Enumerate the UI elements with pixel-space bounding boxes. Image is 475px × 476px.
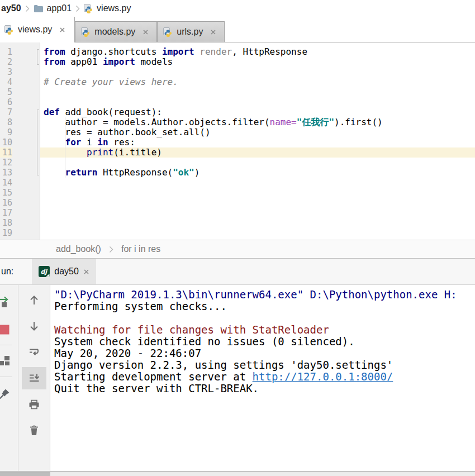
console-line: System check identified no issues (0 sil… [54,336,475,348]
line-number: 4 [0,77,12,87]
code-line-18 [40,218,475,228]
tab-close-icon[interactable] [142,29,149,35]
stop-button[interactable] [0,322,12,337]
breadcrumb: ay50app01views.py [0,0,475,17]
folder-icon [34,4,44,13]
line-number: 1 [0,47,12,57]
pin-tab-button[interactable] [0,386,12,402]
line-number: 10 [0,137,12,147]
soft-wrap-button[interactable] [26,344,42,360]
editor-gutter: 12345678910111213141516171819 [0,42,40,240]
line-number: 7 [0,107,12,117]
run-console-panel: "D:\PyCharm 2019.1.3\bin\runnerw64.exe" … [0,285,475,471]
breadcrumb-label: ay50 [1,3,21,13]
tab-urls-py[interactable]: urls.py [157,21,225,42]
fold-rail[interactable] [37,110,37,175]
code-line-2: from app01 import models [40,57,475,67]
breadcrumb-separator-icon [25,5,30,12]
console-line: Starting development server at http://12… [54,371,475,383]
code-line-15 [40,188,475,198]
python-file-icon [4,25,14,35]
code-line-8: author = models.Author.objects.filter(na… [40,117,475,127]
down-stack-trace-button[interactable] [26,318,42,334]
up-stack-trace-icon [28,294,40,306]
line-number: 11 [0,147,12,158]
python-file-icon [81,27,91,37]
line-number: 2 [0,57,12,67]
editor-code-area[interactable]: from django.shortcuts import render, Htt… [40,42,475,240]
scroll-to-end-icon [28,372,40,384]
rerun-button[interactable] [0,294,12,310]
tab-label: urls.py [177,27,203,37]
close-icon[interactable] [83,269,89,275]
indent-guide [65,117,65,178]
line-number: 5 [0,87,12,97]
django-icon: dj [39,266,50,277]
editor-breadcrumb-item[interactable]: for i in res [121,244,160,254]
run-tab-label: day50 [54,266,79,277]
code-line-14 [40,178,475,188]
line-number: 17 [0,208,12,218]
restore-layout-icon [0,354,11,366]
run-tab-close-icon[interactable] [83,269,89,275]
code-line-13: return HttpResponse("ok") [40,168,475,178]
print-button[interactable] [26,397,42,412]
horizontal-scrollbar[interactable] [0,471,475,476]
code-line-17 [40,208,475,218]
toolbar-separator [0,377,12,377]
tab-close-icon[interactable] [210,29,216,35]
toolbar-separator [0,345,12,345]
restore-layout-button[interactable] [0,353,12,368]
up-stack-trace-button[interactable] [26,292,42,308]
breadcrumb-label: app01 [47,3,72,13]
scroll-to-end-button[interactable] [22,367,46,389]
code-line-1: from django.shortcuts import render, Htt… [40,47,475,57]
line-number: 12 [0,158,12,168]
console-line: May 20, 2020 - 22:46:07 [54,348,475,359]
editor-tab-bar: views.pymodels.pyurls.py [0,17,475,42]
editor-breadcrumb: add_book()for i in res [0,240,475,258]
line-number: 19 [0,228,12,238]
editor-breadcrumb-item[interactable]: add_book() [56,244,101,254]
line-number: 8 [0,117,12,127]
line-number: 15 [0,188,12,198]
server-url-link[interactable]: http://127.0.0.1:8000/ [253,370,393,383]
tab-views-py[interactable]: views.py [0,17,75,42]
tab-label: models.py [94,27,135,37]
code-line-6 [40,97,475,107]
code-line-3 [40,67,475,77]
clear-all-button[interactable] [26,422,42,438]
line-number: 3 [0,67,12,77]
console-actions-toolbar [18,285,50,471]
console-line: Watching for file changes with StatReloa… [54,324,475,336]
clear-all-icon [28,424,40,436]
tab-close-icon[interactable] [59,27,65,33]
console-output: "D:\PyCharm 2019.1.3\bin\runnerw64.exe" … [50,285,475,471]
code-editor[interactable]: 12345678910111213141516171819 from djang… [0,42,475,240]
code-line-5 [40,87,475,97]
run-tab-day50[interactable]: dj day50 [32,259,96,284]
code-line-16 [40,198,475,208]
fold-rail[interactable] [37,49,37,65]
code-line-12 [40,158,475,168]
pycharm-window: ay50app01views.py views.pymodels.pyurls.… [0,0,475,476]
breadcrumb-separator-icon [109,246,113,253]
console-line: Quit the server with CTRL-BREAK. [54,383,475,394]
pin-tab-icon [0,388,11,400]
console-line [54,312,475,324]
print-icon [28,398,40,411]
breadcrumb-item-views-py[interactable]: views.py [84,3,131,13]
tab-label: views.py [18,25,52,35]
console-line: Django version 2.2.3, using settings 'da… [54,359,475,371]
run-tool-window-header: un: dj day50 [0,258,475,285]
breadcrumb-item-ay50[interactable]: ay50 [1,3,21,13]
breadcrumb-item-app01[interactable]: app01 [34,3,72,13]
tab-models-py[interactable]: models.py [75,21,157,42]
line-number: 18 [0,218,12,228]
line-number: 13 [0,168,12,178]
scrollbar-thumb[interactable] [0,472,50,476]
python-file-icon [163,27,173,37]
rerun-icon [0,296,11,308]
code-line-10: for i in res: [40,137,475,147]
breadcrumb-label: views.py [97,3,131,13]
